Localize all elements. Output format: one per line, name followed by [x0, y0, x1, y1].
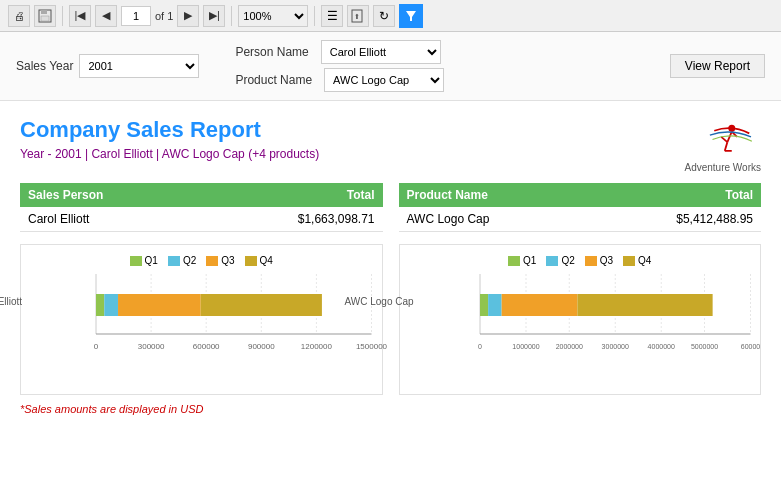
legend2-q4: Q4: [623, 255, 651, 266]
bar2-q1: [480, 294, 488, 316]
product-name-table: Product Name Total AWC Logo Cap $5,412,4…: [399, 183, 762, 232]
sales-year-label: Sales Year: [16, 59, 73, 73]
x-label-3: 900000: [248, 342, 275, 351]
separator3: [314, 6, 315, 26]
svg-marker-5: [406, 11, 416, 21]
table-row: AWC Logo Cap $5,412,488.95: [399, 207, 762, 232]
legend2-q1-color: [508, 256, 520, 266]
legend2-q2-label: Q2: [561, 255, 574, 266]
chart1-legend: Q1 Q2 Q3 Q4: [31, 255, 372, 266]
bar-q1: [96, 294, 104, 316]
person-name-label: Person Name: [235, 45, 308, 59]
x2-label-4: 4000000: [647, 343, 674, 350]
legend2-q2: Q2: [546, 255, 574, 266]
x2-label-2: 2000000: [555, 343, 582, 350]
svg-text:⬆: ⬆: [354, 13, 360, 20]
report-title-block: Company Sales Report Year - 2001 | Carol…: [20, 117, 319, 173]
person-name-select[interactable]: Carol Elliott: [321, 40, 441, 64]
page-number-input[interactable]: 1: [121, 6, 151, 26]
svg-rect-2: [41, 16, 49, 21]
sales-person-name: Carol Elliott: [20, 207, 200, 232]
sales-person-col-header: Sales Person: [20, 183, 200, 207]
legend2-q1-label: Q1: [523, 255, 536, 266]
footer-note: *Sales amounts are displayed in USD: [20, 403, 761, 415]
legend-q4-label: Q4: [260, 255, 273, 266]
x-label-0: 0: [94, 342, 99, 351]
legend2-q3-label: Q3: [600, 255, 613, 266]
svg-rect-1: [41, 10, 47, 14]
filter-button[interactable]: [399, 4, 423, 28]
legend-q1: Q1: [130, 255, 158, 266]
report-title: Company Sales Report: [20, 117, 319, 143]
legend-q3: Q3: [206, 255, 234, 266]
view-report-button[interactable]: View Report: [670, 54, 765, 78]
adventure-works-logo: Adventure Works: [684, 117, 761, 173]
sales-person-table: Sales Person Total Carol Elliott $1,663,…: [20, 183, 383, 232]
save-button[interactable]: [34, 5, 56, 27]
x2-label-1: 1000000: [512, 343, 539, 350]
x-label-4: 1200000: [301, 342, 333, 351]
legend2-q3-color: [585, 256, 597, 266]
sales-person-total: $1,663,098.71: [200, 207, 383, 232]
print-button[interactable]: 🖨: [8, 5, 30, 27]
chart-carol-elliott: Q1 Q2 Q3 Q4: [20, 244, 383, 395]
refresh-button[interactable]: ↻: [373, 5, 395, 27]
bar2-q3: [501, 294, 577, 316]
bar2-q4: [577, 294, 712, 316]
x-label-1: 300000: [138, 342, 165, 351]
product-name-select[interactable]: AWC Logo Cap: [324, 68, 444, 92]
product-name-label: Product Name: [235, 73, 312, 87]
name-filters: Person Name Carol Elliott Product Name A…: [235, 40, 444, 92]
nav-next-button[interactable]: ▶: [177, 5, 199, 27]
legend2-q4-label: Q4: [638, 255, 651, 266]
report-area: Company Sales Report Year - 2001 | Carol…: [0, 101, 781, 431]
legend2-q4-color: [623, 256, 635, 266]
svg-line-7: [727, 132, 731, 143]
page-of-label: of 1: [155, 10, 173, 22]
product-total-col-header: Total: [586, 183, 761, 207]
x-label-5: 1500000: [356, 342, 388, 351]
chart2-y-label: AWC Logo Cap: [345, 296, 414, 307]
x2-label-5: 5000000: [690, 343, 717, 350]
product-name-cell: AWC Logo Cap: [399, 207, 586, 232]
bar-q3: [118, 294, 201, 316]
zoom-select[interactable]: 100%50%75%125%150%: [238, 5, 308, 27]
sales-year-select[interactable]: 200120022003: [79, 54, 199, 78]
export-button[interactable]: ⬆: [347, 5, 369, 27]
legend2-q1: Q1: [508, 255, 536, 266]
report-header: Company Sales Report Year - 2001 | Carol…: [20, 117, 761, 173]
bar-q2: [104, 294, 118, 316]
chart1-y-label: Carol Elliott: [0, 296, 22, 307]
legend-q2-label: Q2: [183, 255, 196, 266]
product-total-cell: $5,412,488.95: [586, 207, 761, 232]
legend-q3-label: Q3: [221, 255, 234, 266]
chart1-svg: 0 300000 600000 900000 1200000 1500000: [96, 274, 372, 364]
product-name-col-header: Product Name: [399, 183, 586, 207]
charts-row: Q1 Q2 Q3 Q4: [20, 244, 761, 395]
chart1-body: 0 300000 600000 900000 1200000 1500000 C…: [31, 274, 372, 384]
page-layout-button[interactable]: ☰: [321, 5, 343, 27]
separator2: [231, 6, 232, 26]
legend-q1-label: Q1: [145, 255, 158, 266]
chart2-body: 0 1000000 2000000 3000000 4000000 500000…: [410, 274, 751, 384]
legend2-q3: Q3: [585, 255, 613, 266]
report-subtitle: Year - 2001 | Carol Elliott | AWC Logo C…: [20, 147, 319, 161]
chart-awc-logo-cap: Q1 Q2 Q3 Q4: [399, 244, 762, 395]
sales-year-group: Sales Year 200120022003: [16, 54, 199, 78]
nav-last-button[interactable]: ▶|: [203, 5, 225, 27]
legend-q1-color: [130, 256, 142, 266]
filters-row: Sales Year 200120022003 Person Name Caro…: [0, 32, 781, 101]
svg-line-9: [724, 142, 727, 151]
legend-q2: Q2: [168, 255, 196, 266]
svg-line-8: [721, 137, 727, 142]
product-name-group: Product Name AWC Logo Cap: [235, 68, 444, 92]
legend-q4-color: [245, 256, 257, 266]
chart2-legend: Q1 Q2 Q3 Q4: [410, 255, 751, 266]
legend-q3-color: [206, 256, 218, 266]
legend-q4: Q4: [245, 255, 273, 266]
separator: [62, 6, 63, 26]
nav-first-button[interactable]: |◀: [69, 5, 91, 27]
toolbar: 🖨 |◀ ◀ 1 of 1 ▶ ▶| 100%50%75%125%150% ☰ …: [0, 0, 781, 32]
nav-prev-button[interactable]: ◀: [95, 5, 117, 27]
bar-q4: [201, 294, 322, 316]
